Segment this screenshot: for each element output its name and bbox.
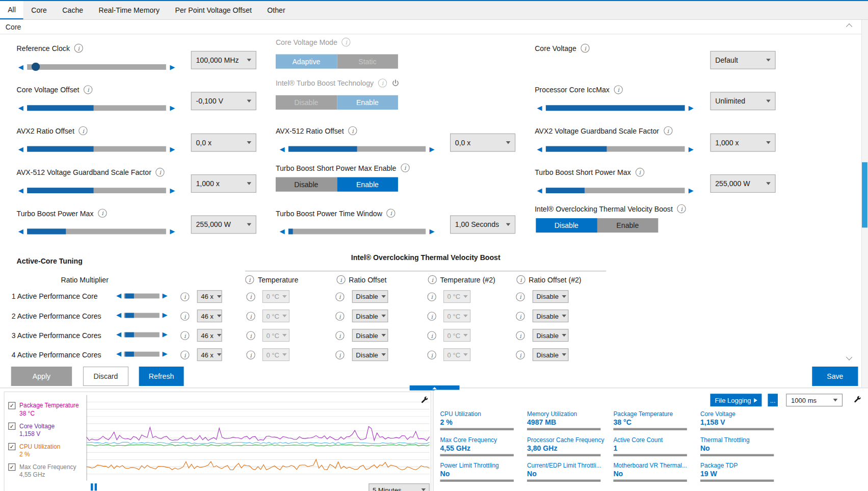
slider-right-icon[interactable] [170,228,175,235]
temperature-2-select[interactable]: 0 °C [443,309,470,322]
info-icon[interactable] [581,44,590,53]
info-icon[interactable] [335,312,344,320]
info-icon[interactable] [664,126,672,135]
core-voltage-offset-slider[interactable] [18,104,175,112]
ratio-offset-select[interactable]: Disable [352,290,388,303]
slider-right-icon[interactable] [689,187,694,194]
refresh-button[interactable]: Refresh [139,367,184,386]
slider-right-icon[interactable] [162,351,167,357]
info-icon[interactable] [341,38,350,46]
slider-left-icon[interactable] [18,187,23,194]
tab-core[interactable]: Core [23,1,55,19]
slider-right-icon[interactable] [689,145,694,152]
slider-right-icon[interactable] [162,292,167,299]
slider-thumb[interactable] [125,293,134,298]
tb-time-window-select[interactable]: 1,00 Seconds [450,215,515,234]
ratio-slider[interactable] [116,292,167,299]
tab-real-time-memory[interactable]: Real-Time Memory [91,1,167,19]
disable-option[interactable]: Disable [276,177,337,192]
tb-power-max-slider[interactable] [18,227,175,235]
slider-right-icon[interactable] [162,331,167,338]
temperature-select[interactable]: 0 °C [262,309,290,322]
ratio-slider[interactable] [116,312,167,318]
slider-right-icon[interactable] [170,63,175,70]
file-logging-button[interactable]: File Logging [710,394,761,406]
info-icon[interactable] [84,85,92,94]
scrollbar-thumb[interactable] [862,162,867,227]
info-icon[interactable] [246,331,255,340]
iccmax-slider[interactable] [537,104,694,112]
avx2-ratio-slider[interactable] [18,144,175,152]
temperature-2-select[interactable]: 0 °C [443,348,470,361]
info-icon[interactable] [180,292,189,301]
info-icon[interactable] [427,331,436,340]
series-checkbox[interactable] [8,463,15,471]
slider-right-icon[interactable] [170,105,175,111]
adaptive-option[interactable]: Adaptive [276,54,337,68]
pause-button[interactable] [91,483,97,490]
slider-right-icon[interactable] [430,145,435,152]
info-icon[interactable] [635,168,644,176]
info-icon[interactable] [180,312,189,320]
tab-cache[interactable]: Cache [55,1,91,19]
slider-left-icon[interactable] [116,351,121,357]
tb-short-max-slider[interactable] [537,186,694,194]
info-icon[interactable] [335,331,344,340]
enable-option[interactable]: Enable [337,177,398,192]
tb-time-window-slider[interactable] [279,227,434,235]
temperature-select[interactable]: 0 °C [262,348,290,361]
tb-short-max-select[interactable]: 255,000 W [710,174,775,193]
slider-right-icon[interactable] [430,228,435,235]
info-icon[interactable] [180,351,189,359]
info-icon[interactable] [401,163,409,172]
avx512-guardband-slider[interactable] [18,186,175,194]
wrench-icon[interactable] [420,395,429,404]
slider-left-icon[interactable] [537,105,542,111]
reference-clock-select[interactable]: 100,000 MHz [191,51,256,69]
wrench-icon[interactable] [853,395,862,403]
avx2-ratio-select[interactable]: 0,0 x [191,134,256,152]
ratio-slider[interactable] [116,351,167,357]
info-icon[interactable] [516,351,524,359]
info-icon[interactable] [245,275,254,284]
info-icon[interactable] [79,126,88,135]
power-icon[interactable] [391,79,400,87]
info-icon[interactable] [677,204,686,213]
info-icon[interactable] [348,126,357,135]
temperature-2-select[interactable]: 0 °C [443,290,470,303]
info-icon[interactable] [428,275,437,284]
slider-left-icon[interactable] [279,145,284,152]
slider-right-icon[interactable] [162,312,167,318]
slider-left-icon[interactable] [18,63,23,70]
avx2-guardband-select[interactable]: 1,000 x [710,134,775,152]
ratio-slider[interactable] [116,331,167,338]
tb-power-max-select[interactable]: 255,000 W [191,215,256,234]
slider-left-icon[interactable] [18,105,23,111]
temperature-2-select[interactable]: 0 °C [443,329,470,342]
avx512-ratio-select[interactable]: 0,0 x [450,134,515,152]
ratio-select[interactable]: 46 x [197,348,222,361]
core-voltage-select[interactable]: Default [710,51,775,69]
discard-button[interactable]: Discard [83,367,128,386]
enable-option[interactable]: Enable [597,218,658,232]
info-icon[interactable] [427,292,436,301]
enable-option[interactable]: Enable [337,95,398,110]
more-options-button[interactable]: ... [768,394,778,406]
ratio-offset-select[interactable]: Disable [352,348,388,361]
info-icon[interactable] [614,85,623,94]
disable-option[interactable]: Disable [536,218,597,232]
slider-left-icon[interactable] [116,292,121,299]
ratio-offset-2-select[interactable]: Disable [533,348,569,361]
tab-other[interactable]: Other [259,1,293,19]
series-checkbox[interactable] [8,423,15,430]
info-icon[interactable] [180,331,189,340]
series-checkbox[interactable] [8,443,15,450]
save-button[interactable]: Save [812,367,858,386]
slider-thumb[interactable] [125,351,134,356]
slider-left-icon[interactable] [537,145,542,152]
scroll-down-icon[interactable] [846,354,852,360]
slider-right-icon[interactable] [689,105,694,111]
temperature-select[interactable]: 0 °C [262,329,290,342]
info-icon[interactable] [98,209,107,217]
ratio-select[interactable]: 46 x [197,309,222,322]
